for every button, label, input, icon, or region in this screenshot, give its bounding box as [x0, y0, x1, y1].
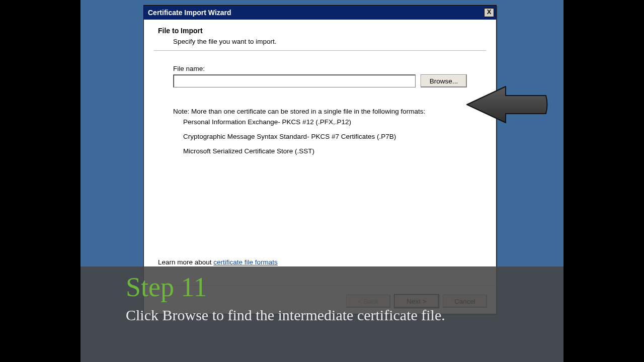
- step-text: Click Browse to find the intermediate ce…: [126, 306, 518, 325]
- step-title: Step 11: [126, 272, 518, 303]
- browse-button[interactable]: Browse...: [421, 74, 467, 87]
- file-name-input[interactable]: [173, 74, 416, 87]
- tutorial-caption: Step 11 Click Browse to find the interme…: [80, 266, 564, 362]
- close-button[interactable]: X: [484, 8, 494, 17]
- wizard-body: File to Import Specify the file you want…: [144, 20, 496, 159]
- note-intro: Note: More than one certificate can be s…: [154, 87, 486, 115]
- close-icon: X: [487, 8, 492, 16]
- note-item: Microsoft Serialized Certificate Store (…: [173, 144, 467, 159]
- file-name-label: File name:: [173, 65, 467, 72]
- separator: [154, 50, 486, 51]
- file-field-area: File name: Browse...: [154, 65, 486, 87]
- titlebar[interactable]: Certificate Import Wizard X: [144, 6, 496, 20]
- page-heading: File to Import: [154, 25, 486, 36]
- page-subheading: Specify the file you want to import.: [154, 36, 486, 50]
- note-item: Cryptographic Message Syntax Standard- P…: [173, 130, 467, 144]
- note-item: Personal Information Exchange- PKCS #12 …: [173, 115, 467, 130]
- window-title: Certificate Import Wizard: [148, 9, 231, 17]
- learn-more: Learn more about certificate file format…: [154, 258, 278, 266]
- learn-more-prefix: Learn more about: [158, 258, 213, 266]
- learn-more-link[interactable]: certificate file formats: [213, 258, 278, 266]
